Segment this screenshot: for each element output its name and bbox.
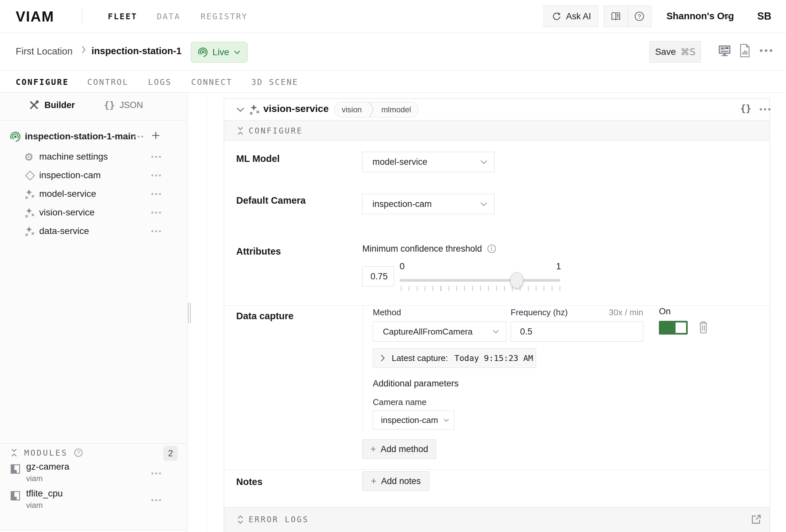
vision-service-card: vision-service vision mlmodel {} CONFIGU…: [224, 98, 770, 532]
ml-model-dropdown[interactable]: model-service: [362, 152, 494, 172]
item-menu-button[interactable]: [151, 174, 161, 177]
tree-item-label: inspection-cam: [39, 170, 101, 180]
machine-bar: First Location inspection-station-1 Live…: [0, 33, 786, 71]
item-menu-button[interactable]: [151, 193, 161, 195]
raw-json-button[interactable]: {}: [740, 103, 752, 114]
service-sparkles-icon: [249, 103, 260, 115]
builder-mode-tab[interactable]: Builder: [29, 100, 75, 110]
add-notes-label: Add notes: [381, 476, 421, 486]
chevron-down-icon: [492, 329, 500, 334]
data-capture-rule: [363, 306, 363, 432]
chevron-down-icon: [234, 50, 241, 54]
tab-configure[interactable]: CONFIGURE: [16, 77, 69, 87]
tree-item-label: vision-service: [39, 207, 95, 218]
module-row-tflite-cpu[interactable]: tflite_cpu viam: [0, 488, 187, 514]
card-menu-button[interactable]: [759, 108, 771, 111]
report-button[interactable]: [739, 43, 751, 58]
external-link-icon[interactable]: [749, 513, 762, 526]
top-nav: VIAM FLEET DATA REGISTRY Ask AI ?: [0, 0, 786, 33]
breadcrumb-chevron-icon: [81, 45, 86, 54]
module-name: gz-camera: [26, 461, 69, 472]
question-icon[interactable]: ?: [73, 448, 83, 458]
nav-registry[interactable]: REGISTRY: [201, 12, 248, 21]
tree-item-machine-settings[interactable]: ⚙ machine settings: [0, 148, 187, 166]
chevron-down-icon[interactable]: [723, 14, 731, 19]
tree-item-main-part[interactable]: inspection-station-1-main: [0, 128, 187, 146]
notes-label: Notes: [236, 477, 263, 487]
error-logs-bar[interactable]: ERROR LOGS: [224, 507, 770, 532]
latest-capture-expander[interactable]: Latest capture: Today 9:15:23 AM: [373, 348, 536, 368]
configure-section-bar[interactable]: CONFIGURE: [224, 120, 770, 141]
user-avatar[interactable]: SB: [757, 10, 771, 22]
add-method-label: Add method: [380, 444, 428, 454]
tab-logs[interactable]: LOGS: [148, 77, 171, 87]
docs-book-button[interactable]: [604, 6, 628, 27]
collapse-chevron-icon[interactable]: [236, 107, 245, 112]
service-sparkles-icon: [24, 188, 35, 199]
monitor-icon: [717, 44, 732, 58]
tree-item-label: model-service: [39, 189, 96, 199]
tag-mlmodel: mlmodel: [374, 105, 418, 114]
add-method-button[interactable]: + Add method: [362, 439, 436, 459]
tab-control[interactable]: CONTROL: [87, 77, 129, 87]
tree-item-inspection-cam[interactable]: inspection-cam: [0, 167, 187, 185]
modules-header: MODULES ?: [10, 448, 83, 458]
tree-item-data-service[interactable]: data-service: [0, 223, 187, 241]
capture-toggle-on[interactable]: [659, 321, 688, 335]
slider-min-label: 0: [399, 261, 405, 271]
json-mode-tab[interactable]: {} JSON: [104, 100, 143, 111]
chevron-right-icon: [380, 354, 385, 362]
collapse-icon[interactable]: [10, 448, 18, 458]
module-row-gz-camera[interactable]: gz-camera viam: [0, 461, 187, 488]
capture-rate: 30x / min: [597, 308, 643, 318]
nav-data[interactable]: DATA: [157, 12, 180, 21]
help-button[interactable]: ?: [628, 6, 651, 27]
builder-json-toggle: Builder {} JSON: [0, 93, 187, 120]
viam-logo[interactable]: VIAM: [16, 8, 54, 25]
nav-fleet[interactable]: FLEET: [108, 12, 137, 21]
threshold-input[interactable]: [362, 266, 394, 287]
save-button[interactable]: Save ⌘S: [649, 41, 701, 63]
part-menu-button[interactable]: [133, 135, 144, 138]
item-menu-button[interactable]: [151, 230, 161, 233]
threshold-label: Minimum confidence threshold: [362, 244, 482, 254]
tree-item-model-service[interactable]: model-service: [0, 185, 187, 203]
frequency-input[interactable]: [511, 321, 643, 342]
tag-separator: [369, 102, 374, 117]
modules-bottom-divider: [0, 529, 187, 530]
configure-section-title: CONFIGURE: [249, 126, 303, 136]
tree-item-label: machine settings: [39, 151, 108, 162]
collapse-icon: [236, 126, 245, 136]
toggle-knob: [676, 322, 686, 333]
module-menu-button[interactable]: [151, 472, 161, 475]
control-preview-button[interactable]: [717, 44, 732, 58]
question-icon: ?: [634, 11, 645, 22]
default-camera-dropdown[interactable]: inspection-cam: [362, 194, 494, 214]
threshold-slider-track[interactable]: [399, 279, 560, 282]
tab-3d-scene[interactable]: 3D SCENE: [251, 77, 298, 87]
live-status-badge[interactable]: Live: [191, 42, 248, 63]
modules-title: MODULES: [24, 448, 68, 458]
breadcrumb-location[interactable]: First Location: [16, 46, 72, 57]
sidebar-resize-handle[interactable]: [188, 303, 191, 323]
camera-name-value: inspection-cam: [373, 415, 438, 425]
item-menu-button[interactable]: [151, 211, 161, 214]
module-menu-button[interactable]: [151, 499, 161, 502]
tree-item-vision-service[interactable]: vision-service: [0, 204, 187, 222]
tab-connect[interactable]: CONNECT: [191, 77, 232, 87]
data-capture-label: Data capture: [236, 311, 294, 321]
more-options-button[interactable]: [759, 49, 773, 52]
machine-tab-bar: CONFIGURE CONTROL LOGS CONNECT 3D SCENE: [0, 71, 786, 93]
help-icon-group: ?: [604, 5, 651, 27]
book-icon: [610, 11, 621, 22]
info-icon[interactable]: [486, 243, 497, 254]
trash-icon[interactable]: [697, 320, 710, 335]
capture-method-dropdown[interactable]: CaptureAllFromCamera: [373, 321, 506, 342]
ask-ai-button[interactable]: Ask AI: [544, 5, 599, 27]
nav-divider: [82, 8, 82, 25]
item-menu-button[interactable]: [151, 155, 161, 158]
tree-item-label: data-service: [39, 226, 89, 236]
camera-name-dropdown[interactable]: inspection-cam: [373, 411, 455, 430]
add-component-button[interactable]: [151, 130, 161, 140]
add-notes-button[interactable]: + Add notes: [362, 471, 429, 491]
